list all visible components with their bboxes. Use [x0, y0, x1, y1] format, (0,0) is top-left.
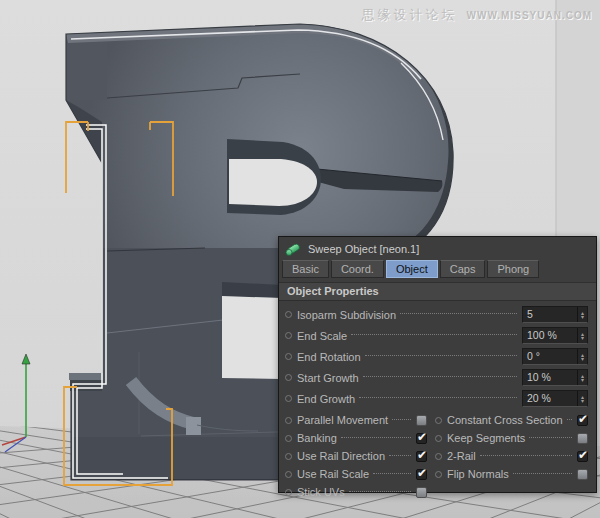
dotted-leader — [349, 490, 411, 492]
ledge-front — [70, 380, 102, 391]
keyframe-dot-icon[interactable] — [285, 435, 292, 442]
keyframe-dot-icon[interactable] — [285, 374, 292, 381]
row-end-growth: End Growth 20 % ▴ ▾ — [285, 388, 588, 409]
stepper-down-icon[interactable]: ▾ — [581, 399, 584, 403]
dotted-leader — [529, 436, 572, 438]
use-rail-direction-checkbox[interactable]: ✔ — [416, 451, 427, 462]
field-label: Isoparm Subdivision — [297, 309, 396, 321]
tab-coord[interactable]: Coord. — [331, 260, 384, 278]
panel-titlebar[interactable]: Sweep Object [neon.1] — [279, 237, 596, 260]
check-icon: ✔ — [417, 448, 427, 462]
ledge-top — [69, 373, 103, 380]
attributes-panel: Sweep Object [neon.1] Basic Coord. Objec… — [278, 236, 597, 493]
watermark-text-cn: 思缘设计论坛 — [362, 6, 458, 24]
tab-caps[interactable]: Caps — [440, 260, 486, 278]
dotted-leader — [351, 333, 517, 335]
watermark: 思缘设计论坛 WWW.MISSYUAN.COM — [362, 6, 592, 24]
field-label: End Growth — [297, 393, 355, 405]
keyframe-dot-icon[interactable] — [435, 453, 442, 460]
row-2-rail: 2-Rail ✔ — [435, 447, 588, 465]
keep-segments-checkbox[interactable]: ✔ — [577, 433, 588, 444]
dotted-leader — [363, 375, 517, 377]
dotted-leader — [373, 472, 411, 474]
row-isoparm-subdivision: Isoparm Subdivision 5 ▴ ▾ — [285, 304, 588, 325]
dotted-leader — [389, 454, 411, 456]
keyframe-dot-icon[interactable] — [285, 353, 292, 360]
stepper-control[interactable]: ▴ ▾ — [577, 370, 587, 385]
keyframe-dot-icon[interactable] — [285, 311, 292, 318]
tab-object[interactable]: Object — [386, 260, 438, 278]
field-label: End Rotation — [297, 351, 361, 363]
checkbox-label: Use Rail Direction — [297, 450, 385, 462]
numeric-rows: Isoparm Subdivision 5 ▴ ▾ End Scale 100 … — [279, 301, 596, 409]
stick-uvs-checkbox[interactable]: ✔ — [416, 487, 427, 498]
tab-phong[interactable]: Phong — [487, 260, 539, 278]
field-value[interactable]: 100 % — [523, 328, 577, 343]
row-end-rotation: End Rotation 0 ° ▴ ▾ — [285, 346, 588, 367]
keyframe-dot-icon[interactable] — [285, 489, 292, 496]
keyframe-dot-icon[interactable] — [285, 453, 292, 460]
checkbox-label: Flip Normals — [447, 468, 509, 480]
keyframe-dot-icon[interactable] — [285, 395, 292, 402]
field-value[interactable]: 5 — [523, 307, 577, 322]
two-rail-checkbox[interactable]: ✔ — [577, 451, 588, 462]
dotted-leader — [513, 472, 572, 474]
panel-title: Sweep Object [neon.1] — [308, 243, 419, 255]
stepper-down-icon[interactable]: ▾ — [581, 378, 584, 382]
use-rail-scale-checkbox[interactable]: ✔ — [416, 469, 427, 480]
checkbox-label: Parallel Movement — [297, 414, 388, 426]
viewport-window: 思缘设计论坛 WWW.MISSYUAN.COM Sweep Object [ne… — [0, 0, 600, 518]
dotted-leader — [392, 418, 411, 420]
stepper-control[interactable]: ▴ ▾ — [577, 349, 587, 364]
checkbox-label: Keep Segments — [447, 432, 525, 444]
checkbox-label: Stick UVs — [297, 486, 345, 498]
start-growth-input[interactable]: 10 % ▴ ▾ — [522, 369, 588, 386]
stepper-down-icon[interactable]: ▾ — [581, 315, 584, 319]
panel-tabs: Basic Coord. Object Caps Phong — [279, 260, 596, 278]
field-value[interactable]: 0 ° — [523, 349, 577, 364]
dotted-leader — [400, 312, 517, 314]
tab-basic[interactable]: Basic — [282, 260, 329, 278]
end-growth-input[interactable]: 20 % ▴ ▾ — [522, 390, 588, 407]
checkbox-label: 2-Rail — [447, 450, 476, 462]
row-stick-uvs: Stick UVs ✔ — [285, 483, 427, 501]
row-constant-cross-section: Constant Cross Section ✔ — [435, 411, 588, 429]
field-value[interactable]: 10 % — [523, 370, 577, 385]
keyframe-dot-icon[interactable] — [285, 332, 292, 339]
keyframe-dot-icon[interactable] — [285, 417, 292, 424]
stepper-control[interactable]: ▴ ▾ — [577, 307, 587, 322]
keyframe-dot-icon[interactable] — [285, 471, 292, 478]
row-start-growth: Start Growth 10 % ▴ ▾ — [285, 367, 588, 388]
parallel-movement-checkbox[interactable]: ✔ — [416, 415, 427, 426]
dotted-leader — [480, 454, 572, 456]
checkbox-label: Use Rail Scale — [297, 468, 369, 480]
banking-checkbox[interactable]: ✔ — [416, 433, 427, 444]
keyframe-dot-icon[interactable] — [435, 417, 442, 424]
stepper-down-icon[interactable]: ▾ — [581, 336, 584, 340]
checkbox-label: Constant Cross Section — [447, 414, 563, 426]
watermark-text-url: WWW.MISSYUAN.COM — [467, 10, 592, 21]
field-label: End Scale — [297, 330, 347, 342]
checkbox-grid: Parallel Movement ✔ Constant Cross Secti… — [279, 409, 596, 501]
dotted-leader — [365, 354, 517, 356]
stepper-control[interactable]: ▴ ▾ — [577, 328, 587, 343]
sweep-object-icon — [285, 241, 301, 257]
isoparm-subdivision-input[interactable]: 5 ▴ ▾ — [522, 306, 588, 323]
field-value[interactable]: 20 % — [523, 391, 577, 406]
section-header: Object Properties — [279, 282, 596, 301]
field-label: Start Growth — [297, 372, 359, 384]
flip-normals-checkbox[interactable]: ✔ — [577, 469, 588, 480]
check-icon: ✔ — [417, 430, 427, 444]
stepper-down-icon[interactable]: ▾ — [581, 357, 584, 361]
row-flip-normals: Flip Normals ✔ — [435, 465, 588, 483]
empty-cell — [435, 483, 588, 501]
keyframe-dot-icon[interactable] — [435, 471, 442, 478]
stepper-control[interactable]: ▴ ▾ — [577, 391, 587, 406]
end-rotation-input[interactable]: 0 ° ▴ ▾ — [522, 348, 588, 365]
dotted-leader — [359, 396, 517, 398]
end-scale-input[interactable]: 100 % ▴ ▾ — [522, 327, 588, 344]
dotted-leader — [341, 436, 411, 438]
keyframe-dot-icon[interactable] — [435, 435, 442, 442]
constant-cross-section-checkbox[interactable]: ✔ — [577, 415, 588, 426]
check-icon: ✔ — [578, 412, 588, 426]
